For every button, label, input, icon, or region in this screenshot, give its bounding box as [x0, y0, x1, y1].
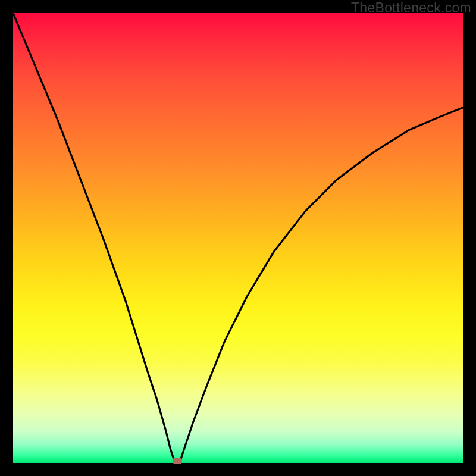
- chart-frame: TheBottleneck.com: [0, 0, 476, 476]
- optimum-marker: [173, 458, 182, 464]
- bottleneck-curve: [13, 13, 463, 463]
- plot-area: [13, 13, 463, 463]
